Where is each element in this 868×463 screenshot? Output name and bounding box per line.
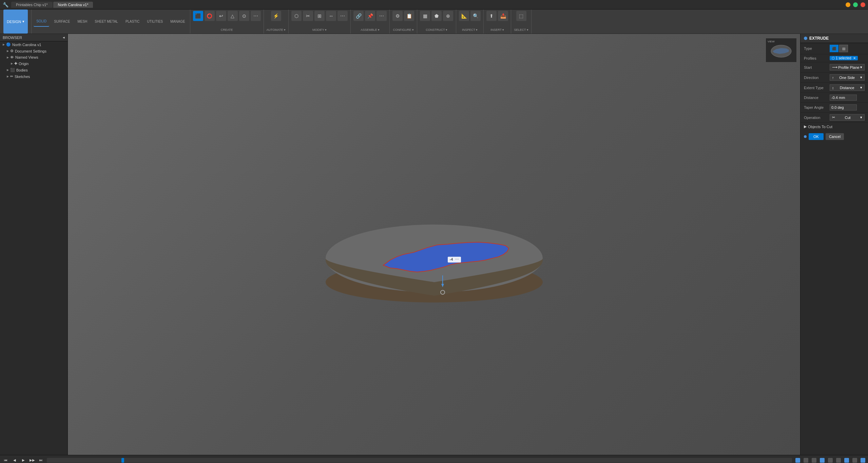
create-more-icon[interactable]: ⋯ <box>251 11 261 21</box>
ok-button[interactable]: OK <box>809 133 824 140</box>
browser-nc-label: North Carolina v1 <box>12 43 41 47</box>
tab-manage[interactable]: MANAGE <box>168 17 188 27</box>
timeline-marker-3[interactable] <box>812 458 816 463</box>
assemble-icon2[interactable]: 📌 <box>365 11 375 21</box>
browser-item-named-views[interactable]: ▶ 👁 Named Views <box>0 54 67 60</box>
create-revolve-icon[interactable]: ⭕ <box>205 11 215 21</box>
design-button[interactable]: DESIGN ▾ <box>3 9 28 34</box>
modify-more-icon[interactable]: ⋯ <box>337 11 348 21</box>
modify-icon4[interactable]: ↔ <box>326 11 336 21</box>
assemble-more-icon[interactable]: ⋯ <box>377 11 387 21</box>
maximize-button[interactable] <box>853 2 858 7</box>
operation-value: Cut <box>845 116 850 120</box>
select-label: SELECT ▾ <box>514 28 528 32</box>
modify-icon2[interactable]: ✂ <box>303 11 313 21</box>
svg-text:VIEW: VIEW <box>768 40 775 43</box>
objects-chevron-icon: ▶ <box>804 124 807 129</box>
doc-settings-chevron: ▶ <box>7 49 9 53</box>
inspect-icon2[interactable]: 🔍 <box>470 11 481 21</box>
tab-sheet-metal[interactable]: SHEET METAL <box>92 17 121 27</box>
viewport[interactable]: -4 ⋯ VIEW <box>68 34 800 455</box>
timeline-marker-5[interactable] <box>828 458 833 463</box>
construct-icon2[interactable]: ⬟ <box>431 11 442 21</box>
browser-item-doc-settings[interactable]: ▶ ⚙ Document Settings <box>0 48 67 54</box>
timeline-rewind-btn[interactable]: ⏮ <box>3 457 9 463</box>
origin-label: Origin <box>19 62 28 66</box>
tab-nc[interactable]: North Carolina v1* <box>53 2 93 8</box>
extrude-type-row: Type ⬛ ▤ <box>801 43 868 54</box>
operation-label: Operation <box>804 116 828 120</box>
construct-icon3[interactable]: ⊕ <box>443 11 453 21</box>
configure-icon2[interactable]: 📋 <box>404 11 414 21</box>
modify-icon1[interactable]: ⬡ <box>291 11 302 21</box>
minimize-button[interactable] <box>846 2 850 7</box>
timeline-marker-1[interactable] <box>795 458 800 463</box>
timeline-thumb[interactable] <box>121 458 124 463</box>
timeline-marker-9[interactable] <box>861 458 865 463</box>
app-icon: 🔧 <box>3 2 8 7</box>
extrude-direction-row: Direction ↑ One Side ▾ <box>801 73 868 83</box>
timeline-next-btn[interactable]: ▶▶ <box>29 457 35 463</box>
sketches-icon: ✏ <box>10 74 13 79</box>
tab-printables[interactable]: Printables Chip v1* <box>11 2 53 8</box>
toolbar-automate-group: ⚡ AUTOMATE ▾ <box>264 9 289 34</box>
timeline-marker-7[interactable] <box>844 458 849 463</box>
browser-expand-icon[interactable]: ◂ <box>63 35 65 40</box>
timeline-track[interactable] <box>47 458 792 463</box>
create-sweep-icon[interactable]: ↩ <box>216 11 226 21</box>
profiles-badge: ⬡ 1 selected ✕ <box>830 56 858 60</box>
construct-icons: ▦ ⬟ ⊕ <box>420 11 453 21</box>
browser-item-sketches[interactable]: ▶ ✏ Sketches <box>0 73 67 80</box>
insert-icon1[interactable]: ⬆ <box>486 11 497 21</box>
chevron-icon: ▶ <box>3 43 5 46</box>
inspect-icons: 📐 🔍 <box>459 11 481 21</box>
cancel-button[interactable]: Cancel <box>826 133 844 140</box>
tab-surface[interactable]: SURFACE <box>51 17 73 27</box>
timeline: ⏮ ◀ ▶ ▶▶ ⏭ <box>0 455 868 463</box>
browser-title: BROWSER <box>3 36 22 40</box>
construct-icon1[interactable]: ▦ <box>420 11 430 21</box>
close-button[interactable] <box>861 2 865 7</box>
objects-to-cut-row[interactable]: ▶ Objects To Cut <box>801 123 868 130</box>
profiles-icon: ⬡ <box>832 56 835 60</box>
type-solid-btn[interactable]: ⬛ <box>830 45 838 52</box>
timeline-play-btn[interactable]: ▶ <box>20 457 26 463</box>
bodies-label: Bodies <box>16 68 28 72</box>
create-extrude-icon[interactable]: ⬛ <box>193 11 203 21</box>
timeline-marker-6[interactable] <box>836 458 841 463</box>
distance-input[interactable] <box>830 95 857 101</box>
profiles-clear-btn[interactable]: ✕ <box>853 56 856 60</box>
modify-icon3[interactable]: ⊞ <box>314 11 325 21</box>
tab-utilities[interactable]: UTILITIES <box>144 17 166 27</box>
inspect-icon1[interactable]: 📐 <box>459 11 469 21</box>
create-loft-icon[interactable]: △ <box>228 11 238 21</box>
tab-solid[interactable]: SOLID <box>34 17 49 27</box>
start-label: Start <box>804 65 828 69</box>
assemble-icon1[interactable]: 🔗 <box>353 11 364 21</box>
timeline-end-btn[interactable]: ⏭ <box>38 457 44 463</box>
timeline-marker-8[interactable] <box>852 458 857 463</box>
taper-input[interactable] <box>830 104 857 110</box>
direction-dropdown[interactable]: ↑ One Side ▾ <box>830 74 865 81</box>
start-dropdown[interactable]: ⟶ Profile Plane ▾ <box>830 64 865 71</box>
extent-type-dropdown[interactable]: ↕ Distance ▾ <box>830 84 865 91</box>
tab-plastic[interactable]: PLASTIC <box>123 17 142 27</box>
browser-item-bodies[interactable]: ▶ ⬛ Bodies <box>0 67 67 73</box>
browser-item-origin[interactable]: ▶ ✚ Origin <box>0 60 67 67</box>
direction-label: Direction <box>804 76 828 80</box>
automate-icon[interactable]: ⚡ <box>271 11 281 21</box>
browser-item-nc[interactable]: ▶ 🔵 North Carolina v1 <box>0 41 67 48</box>
select-icon1[interactable]: ⬚ <box>516 11 526 21</box>
extrude-title: EXTRUDE <box>809 36 829 41</box>
timeline-marker-4[interactable] <box>820 458 825 463</box>
create-hole-icon[interactable]: ⊙ <box>239 11 249 21</box>
operation-dropdown[interactable]: ✂ Cut ▾ <box>830 114 865 121</box>
toolbar-configure-group: ⚙ 📋 CONFIGURE ▾ <box>390 9 417 34</box>
tab-mesh[interactable]: MESH <box>75 17 90 27</box>
type-thin-btn[interactable]: ▤ <box>839 45 848 52</box>
timeline-prev-btn[interactable]: ◀ <box>12 457 18 463</box>
configure-icon1[interactable]: ⚙ <box>392 11 403 21</box>
insert-icon2[interactable]: 📥 <box>498 11 508 21</box>
type-buttons: ⬛ ▤ <box>830 45 848 52</box>
timeline-marker-2[interactable] <box>804 458 808 463</box>
